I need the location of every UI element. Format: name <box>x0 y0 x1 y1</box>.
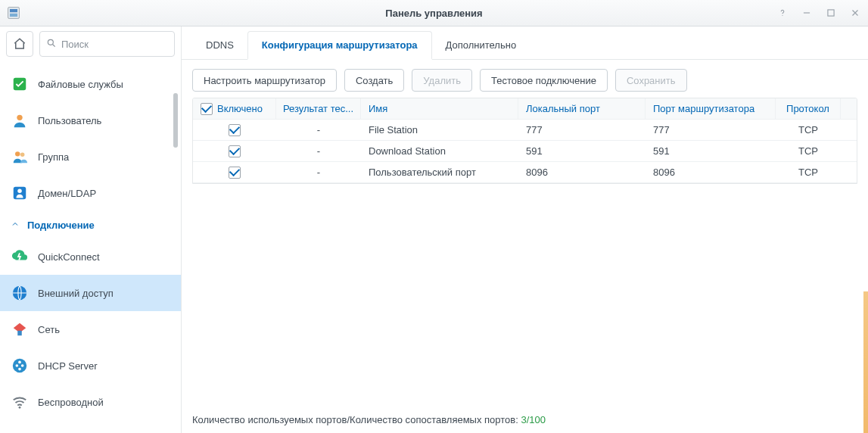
svg-point-18 <box>18 361 21 364</box>
sidebar-item-label: Беспроводной <box>38 397 104 408</box>
row-checkbox[interactable] <box>229 167 241 179</box>
sidebar-item-label: QuickConnect <box>38 251 100 263</box>
tab-router-config[interactable]: Конфигурация маршрутизатора <box>247 31 432 60</box>
maximize-button[interactable] <box>823 5 839 21</box>
cell-name: File Station <box>361 120 518 140</box>
sidebar-item-label: Внешний доступ <box>38 288 114 299</box>
sidebar-item-label: Файловые службы <box>38 79 123 90</box>
window-titlebar: Панель управления <box>0 0 868 26</box>
globe-icon <box>11 284 29 302</box>
quickconnect-icon <box>11 248 29 266</box>
port-table: Включено Результат тес... Имя Локальный … <box>192 98 857 184</box>
cell-result: - <box>276 162 361 182</box>
svg-point-16 <box>16 364 19 367</box>
search-input[interactable] <box>61 39 168 50</box>
table-row[interactable]: - Пользовательский порт 8096 8096 TCP <box>193 162 857 183</box>
sidebar-item-label: Пользователь <box>38 115 101 126</box>
svg-point-3 <box>782 15 782 16</box>
select-all-checkbox[interactable] <box>201 103 213 115</box>
sidebar-item-domain-ldap[interactable]: Домен/LDAP <box>0 175 181 211</box>
cell-routerport: 777 <box>646 120 776 140</box>
help-button[interactable] <box>774 5 791 21</box>
svg-rect-1 <box>10 9 17 12</box>
row-checkbox[interactable] <box>229 124 241 136</box>
cell-localport: 777 <box>518 120 646 140</box>
sidebar-item-wireless[interactable]: Беспроводной <box>0 384 181 420</box>
footer-text: Количество используемых портов/Количеств… <box>192 414 521 425</box>
svg-point-9 <box>15 151 20 156</box>
svg-point-6 <box>48 39 53 45</box>
sidebar-item-label: Группа <box>38 151 69 163</box>
svg-rect-4 <box>804 12 810 13</box>
svg-point-17 <box>21 364 24 367</box>
wifi-icon <box>11 393 29 411</box>
sidebar-section-label: Подключение <box>27 220 95 231</box>
footer-status: Количество используемых портов/Количеств… <box>192 414 546 425</box>
window-title: Панель управления <box>0 8 868 19</box>
sidebar-item-network[interactable]: Сеть <box>0 311 181 347</box>
cell-protocol: TCP <box>776 141 841 161</box>
svg-rect-14 <box>17 331 22 335</box>
cell-localport: 8096 <box>518 162 646 182</box>
chevron-up-icon <box>11 220 20 231</box>
svg-rect-0 <box>8 8 20 19</box>
tab-bar: DDNS Конфигурация маршрутизатора Дополни… <box>182 26 868 60</box>
configure-router-button[interactable]: Настроить маршрутизатор <box>192 69 337 92</box>
domain-ldap-icon <box>11 184 29 202</box>
user-icon <box>11 111 29 129</box>
sidebar-section-connection[interactable]: Подключение <box>0 211 181 238</box>
table-row[interactable]: - Download Station 591 591 TCP <box>193 141 857 162</box>
sidebar-item-label: Домен/LDAP <box>38 188 96 199</box>
svg-point-8 <box>17 115 22 120</box>
network-icon <box>11 320 29 338</box>
create-button[interactable]: Создать <box>344 69 404 92</box>
search-field[interactable] <box>39 31 175 57</box>
group-icon <box>11 148 29 166</box>
col-protocol[interactable]: Протокол <box>776 98 841 119</box>
sidebar: Файловые службы Пользователь Группа Доме… <box>0 26 182 433</box>
cell-result: - <box>276 141 361 161</box>
table-header: Включено Результат тес... Имя Локальный … <box>193 98 857 120</box>
cell-name: Пользовательский порт <box>361 162 518 182</box>
home-button[interactable] <box>6 31 33 57</box>
minimize-button[interactable] <box>798 5 815 21</box>
sidebar-item-quickconnect[interactable]: QuickConnect <box>0 238 181 275</box>
app-icon <box>6 5 21 20</box>
svg-point-20 <box>19 407 21 409</box>
row-checkbox[interactable] <box>229 145 241 157</box>
col-routerport[interactable]: Порт маршрутизатора <box>646 98 776 119</box>
file-services-icon <box>11 75 29 93</box>
cell-result: - <box>276 120 361 140</box>
sidebar-item-dhcp-server[interactable]: DHCP Server <box>0 347 181 384</box>
footer-count: 3/100 <box>521 414 546 425</box>
col-name[interactable]: Имя <box>361 98 518 119</box>
cell-protocol: TCP <box>776 120 841 140</box>
col-enabled[interactable]: Включено <box>193 98 276 119</box>
toolbar: Настроить маршрутизатор Создать Удалить … <box>182 60 868 98</box>
col-localport[interactable]: Локальный порт <box>518 98 646 119</box>
sidebar-item-user[interactable]: Пользователь <box>0 102 181 139</box>
col-label: Включено <box>217 103 263 114</box>
sidebar-nav: Файловые службы Пользователь Группа Доме… <box>0 61 181 433</box>
close-button[interactable] <box>847 5 863 21</box>
search-icon <box>46 38 57 51</box>
col-result[interactable]: Результат тес... <box>276 98 361 119</box>
svg-point-19 <box>18 368 21 371</box>
sidebar-item-group[interactable]: Группа <box>0 139 181 175</box>
content-area: DDNS Конфигурация маршрутизатора Дополни… <box>182 26 868 433</box>
cell-protocol: TCP <box>776 162 841 182</box>
scrollbar-thumb[interactable] <box>173 93 178 148</box>
svg-point-10 <box>20 153 24 157</box>
background-peek <box>863 197 868 433</box>
tab-advanced[interactable]: Дополнительно <box>432 32 530 60</box>
cell-name: Download Station <box>361 141 518 161</box>
dhcp-icon <box>11 357 29 375</box>
svg-rect-5 <box>828 10 834 16</box>
cell-routerport: 8096 <box>646 162 776 182</box>
table-row[interactable]: - File Station 777 777 TCP <box>193 120 857 141</box>
cell-routerport: 591 <box>646 141 776 161</box>
sidebar-item-file-services[interactable]: Файловые службы <box>0 66 181 102</box>
test-connection-button[interactable]: Тестовое подключение <box>480 69 608 92</box>
tab-ddns[interactable]: DDNS <box>192 32 247 60</box>
sidebar-item-external-access[interactable]: Внешний доступ <box>0 275 181 311</box>
